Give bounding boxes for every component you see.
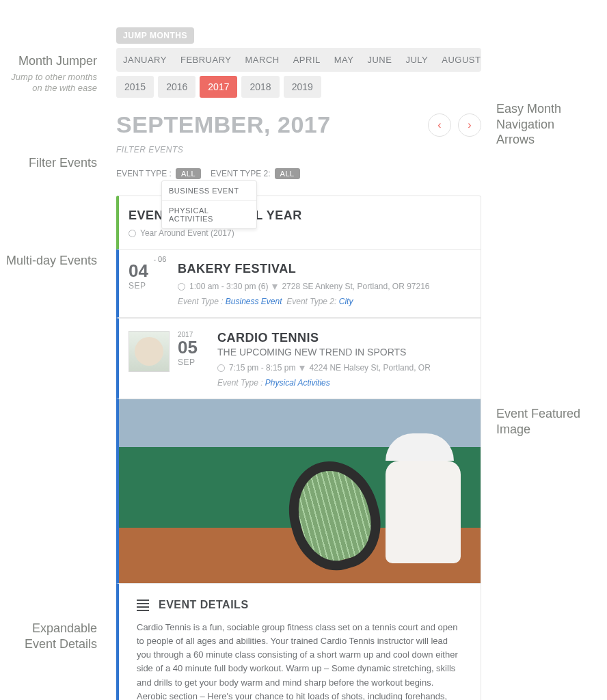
annot-expandable: Expandable Event Details bbox=[0, 621, 97, 651]
month-aug[interactable]: AUGUST bbox=[435, 48, 481, 72]
filters-row: EVENT TYPE : ALL EVENT TYPE 2: ALL BUSIN… bbox=[116, 168, 481, 179]
event-details-body: Cardio Tennis is a fun, sociable group f… bbox=[137, 621, 463, 700]
dropdown-item-business[interactable]: BUSINESS EVENT bbox=[162, 181, 256, 200]
month-feb[interactable]: FEBRUARY bbox=[174, 48, 239, 72]
year-2016[interactable]: 2016 bbox=[158, 76, 195, 98]
clock-icon bbox=[217, 364, 225, 372]
year-2015[interactable]: 2015 bbox=[116, 76, 154, 98]
filter-type2-value[interactable]: ALL bbox=[275, 168, 300, 179]
page-title: SEPTEMBER, 2017 bbox=[116, 111, 331, 138]
dropdown-item-physical[interactable]: PHYSICAL ACTIVITIES bbox=[162, 200, 256, 228]
annot-multi-day: Multi-day Events bbox=[0, 253, 97, 269]
chevron-right-icon: › bbox=[468, 119, 471, 131]
map-pin-icon bbox=[299, 366, 305, 371]
year-2018[interactable]: 2018 bbox=[241, 76, 279, 98]
clock-icon bbox=[129, 230, 136, 237]
year-2017[interactable]: 2017 bbox=[200, 76, 237, 98]
event1-type2-label: Event Type 2: bbox=[286, 297, 336, 306]
filter-events-label: FILTER EVENTS bbox=[116, 145, 481, 154]
event1-day: 04 bbox=[129, 260, 148, 281]
event1-type2[interactable]: City bbox=[339, 297, 353, 306]
chevron-left-icon: ‹ bbox=[437, 119, 441, 131]
event2-location: 4224 NE Halsey St, Portland, OR bbox=[309, 363, 430, 373]
clock-icon bbox=[178, 283, 185, 291]
event2-month: SEP bbox=[178, 358, 209, 367]
event-cardio[interactable]: 2017 05 SEP CARDIO TENNIS THE UPCOMING N… bbox=[116, 318, 481, 399]
month-apr[interactable]: APRIL bbox=[286, 48, 327, 72]
event1-month: SEP bbox=[129, 281, 170, 291]
event1-type-label: Event Type : bbox=[178, 297, 223, 306]
event-details-box: EVENT DETAILS Cardio Tennis is a fun, so… bbox=[116, 584, 481, 700]
list-icon bbox=[137, 600, 149, 611]
annot-easy-nav: Easy Month Navigation Arrows bbox=[496, 101, 592, 148]
year-jumper-row: 2015 2016 2017 2018 2019 bbox=[116, 76, 481, 98]
event-featured-image bbox=[116, 399, 481, 584]
event2-subtitle: THE UPCOMING NEW TREND IN SPORTS bbox=[217, 347, 471, 358]
filter-type1-value[interactable]: ALL bbox=[176, 168, 201, 179]
annot-month-jumper: Month Jumper bbox=[0, 53, 97, 69]
event1-time: 1:00 am - 3:30 pm (6) bbox=[189, 282, 268, 291]
month-jumper-row: JANUARY FEBRUARY MARCH APRIL MAY JUNE JU… bbox=[116, 48, 481, 72]
tennis-player-illustration bbox=[290, 420, 468, 577]
month-jul[interactable]: JULY bbox=[399, 48, 435, 72]
annot-featured-image: Event Featured Image bbox=[496, 406, 599, 437]
event2-title: CARDIO TENNIS bbox=[217, 331, 471, 345]
jump-months-button[interactable]: JUMP MONTHS bbox=[116, 27, 194, 44]
month-jan[interactable]: JANUARY bbox=[116, 48, 174, 72]
next-month-button[interactable]: › bbox=[458, 113, 481, 137]
event1-location: 2728 SE Ankeny St, Portland, OR 97216 bbox=[282, 282, 429, 291]
month-mar[interactable]: MARCH bbox=[239, 48, 286, 72]
month-may[interactable]: MAY bbox=[327, 48, 361, 72]
event1-day-end: - 06 bbox=[153, 255, 166, 263]
event2-type[interactable]: Physical Activities bbox=[265, 378, 330, 388]
month-jun[interactable]: JUNE bbox=[360, 48, 399, 72]
event2-thumbnail bbox=[129, 331, 170, 372]
filter-type1-label: EVENT TYPE : bbox=[116, 169, 172, 178]
year-2019[interactable]: 2019 bbox=[284, 76, 321, 98]
event-details-heading: EVENT DETAILS bbox=[159, 599, 249, 611]
event1-title: BAKERY FESTIVAL bbox=[178, 262, 471, 276]
annot-month-jumper-sub: Jump to other months on the with ease bbox=[0, 72, 97, 94]
filter-type1-dropdown: BUSINESS EVENT PHYSICAL ACTIVITIES bbox=[161, 180, 257, 229]
prev-month-button[interactable]: ‹ bbox=[428, 113, 451, 137]
event2-time: 7:15 pm - 8:15 pm bbox=[229, 363, 295, 373]
event2-day: 05 bbox=[178, 338, 209, 356]
event-bakery[interactable]: 04 - 06 SEP BAKERY FESTIVAL 1:00 am - 3:… bbox=[116, 250, 481, 318]
event2-type-label: Event Type : bbox=[217, 378, 262, 388]
map-pin-icon bbox=[272, 284, 278, 290]
annot-filter-events: Filter Events bbox=[0, 155, 97, 171]
filter-type2-label: EVENT TYPE 2: bbox=[211, 169, 271, 178]
event-year-sub: Year Around Event (2017) bbox=[140, 228, 234, 238]
event1-type[interactable]: Business Event bbox=[226, 297, 282, 306]
